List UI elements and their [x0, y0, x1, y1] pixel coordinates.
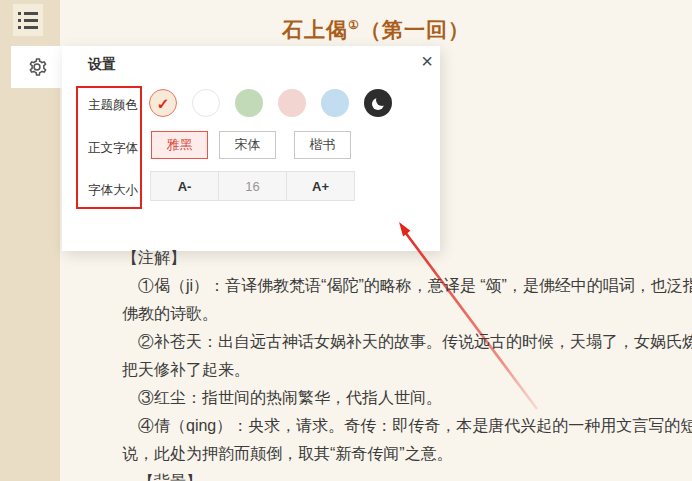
annotation-red-box	[76, 86, 142, 209]
catalog-menu-button[interactable]	[13, 4, 43, 36]
theme-color-white[interactable]	[192, 89, 220, 117]
gear-icon	[26, 56, 48, 78]
text-line: ③红尘：指世间的热闹繁华，代指人世间。	[122, 384, 667, 412]
list-menu-icon	[18, 12, 38, 15]
settings-panel-title: 设置	[88, 56, 116, 74]
text-line: ①偈（ji）：音译佛教梵语“偈陀”的略称，意译是 “颂”，是佛经中的唱词，也泛指	[122, 272, 667, 300]
font-button-kaishu[interactable]: 楷书	[294, 131, 351, 159]
chapter-title-suffix: （第一回）	[360, 18, 470, 41]
theme-color-cream[interactable]: ✓	[149, 89, 177, 117]
theme-color-night[interactable]	[364, 89, 392, 117]
chapter-title-main: 石上偈	[282, 18, 348, 41]
text-line: ②补苍天：出自远古神话女娲补天的故事。传说远古的时候，天塌了，女娲氏炼五色石	[122, 328, 667, 356]
chapter-body-text: 【注解】 ①偈（ji）：音译佛教梵语“偈陀”的略称，意译是 “颂”，是佛经中的唱…	[122, 244, 667, 481]
check-icon: ✓	[157, 96, 170, 111]
chapter-title: 石上偈①（第一回）	[60, 16, 692, 44]
font-button-yahei[interactable]: 雅黑	[151, 131, 208, 159]
moon-icon	[365, 90, 393, 118]
text-line: 说，此处为押韵而颠倒，取其“新奇传闻”之意。	[122, 440, 667, 468]
theme-color-pink[interactable]	[278, 89, 306, 117]
font-size-decrease-button[interactable]: A-	[151, 172, 219, 200]
reader-screen: 石上偈①（第一回） 设置 × 主题颜色 正文字体 字体大小 ✓ 雅黑 宋体 楷书…	[0, 0, 692, 481]
font-button-songti[interactable]: 宋体	[219, 131, 276, 159]
text-line: 把天修补了起来。	[122, 356, 667, 384]
text-line: 【注解】	[122, 244, 667, 272]
font-size-control: A- 16 A+	[150, 171, 355, 201]
theme-color-blue[interactable]	[321, 89, 349, 117]
close-icon[interactable]: ×	[416, 50, 438, 72]
theme-color-green[interactable]	[235, 89, 263, 117]
text-line: ④倩（qing）：央求，请求。奇传：即传奇，本是唐代兴起的一种用文言写的短篇小	[122, 412, 667, 440]
font-size-increase-button[interactable]: A+	[287, 172, 354, 200]
text-line: 【背景】	[122, 468, 667, 481]
font-size-value: 16	[219, 172, 287, 200]
chapter-title-superscript: ①	[348, 18, 360, 32]
text-line: 佛教的诗歌。	[122, 300, 667, 328]
settings-gear-button[interactable]	[11, 46, 62, 88]
